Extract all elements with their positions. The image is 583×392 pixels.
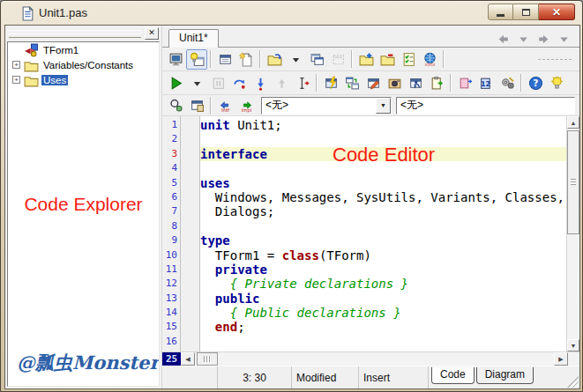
vertical-scroll-thumb[interactable] (567, 130, 579, 234)
code-line: type (200, 233, 566, 248)
scroll-left-button[interactable]: ◀ (181, 352, 195, 366)
tree-item-variables-constants[interactable]: +Variables/Constants (8, 57, 159, 72)
panel-grab-handle[interactable] (9, 30, 141, 38)
step-over-button[interactable] (228, 73, 250, 93)
tree-item-tform1[interactable]: TForm1 (8, 42, 159, 57)
expand-plus-icon[interactable]: + (12, 61, 20, 69)
add-file-to-project-button[interactable] (355, 49, 377, 70)
goto-implementation-button[interactable]: Impl (235, 95, 257, 115)
code-line: TForm1 = class(TForm) (200, 248, 566, 263)
code-line: Dialogs; (200, 204, 566, 218)
run-button[interactable] (165, 73, 186, 93)
line-number: 4 (162, 161, 180, 175)
io-globe-button[interactable]: IOIOI (419, 49, 440, 70)
code-text-area[interactable]: Code Editor unit Unit1; interface uses W… (200, 116, 566, 351)
swap-disk-button[interactable] (454, 73, 475, 93)
scroll-down-button[interactable]: ▼ (567, 339, 579, 351)
clip-arrow-icon (430, 76, 445, 91)
code-editor-annotation: Code Editor (333, 144, 435, 166)
todo-list-button[interactable] (398, 49, 419, 70)
cascade-windows-button[interactable] (306, 49, 327, 70)
form-clip-icon (190, 98, 205, 113)
compile-count-button[interactable]: 12 (475, 73, 497, 93)
use-debug-dcus-button[interactable] (426, 73, 447, 93)
sync-edit-button[interactable] (165, 95, 186, 115)
panel-close-button[interactable]: ✕ (145, 27, 159, 40)
open-file-dropdown[interactable] (285, 49, 306, 70)
line-number: 6 (162, 190, 180, 204)
resize-grip[interactable] (567, 376, 579, 388)
maximize-button[interactable] (513, 4, 539, 20)
build-options-button[interactable] (497, 73, 518, 93)
run-cursor-icon (295, 76, 310, 91)
navigate-back-dropdown[interactable] (516, 32, 530, 43)
line-number: 5 (162, 176, 180, 190)
line-number: 7 (162, 204, 180, 218)
expand-plus-icon[interactable]: + (12, 76, 20, 84)
scroll-right-button[interactable]: ▶ (554, 352, 568, 366)
scrollbar-corner (568, 352, 579, 366)
view-unit-button[interactable] (214, 49, 235, 70)
navigate-forward-dropdown[interactable] (557, 32, 571, 43)
code-explorer-tree: TForm1+Variables/Constants+Uses Code Exp… (7, 41, 160, 387)
line-number: 9 (162, 233, 180, 248)
open-file-button[interactable] (264, 49, 285, 70)
scroll-up-button[interactable]: ▲ (567, 116, 579, 129)
folder-add-icon (359, 52, 374, 67)
run-dropdown[interactable] (186, 73, 207, 93)
swap-win-icon (345, 76, 360, 91)
svg-text:Impl: Impl (241, 107, 251, 113)
svg-text:12: 12 (480, 79, 490, 87)
folder-remove-icon (380, 52, 395, 67)
class-combobox[interactable]: <无> (396, 97, 575, 115)
insight-button[interactable] (546, 73, 567, 93)
navigate-forward-button[interactable] (536, 32, 550, 43)
minimize-button[interactable] (488, 4, 513, 20)
close-button[interactable]: ✕ (539, 4, 575, 20)
run-to-cursor-button[interactable] (292, 73, 313, 93)
new-snippet-button[interactable] (186, 95, 207, 115)
help-button[interactable]: ? (525, 73, 546, 93)
window-controls: ✕ (488, 4, 575, 20)
toggle-form-unit-button[interactable] (186, 49, 207, 70)
pink-swap-icon (458, 76, 473, 91)
navigate-back-button[interactable] (496, 32, 510, 43)
maximize-icon (522, 9, 530, 16)
intf-icon: Intf (218, 98, 233, 113)
line-number: 8 (162, 219, 180, 233)
monitor-icon (168, 52, 183, 67)
vertical-scrollbar[interactable]: ▲ ▼ (566, 116, 579, 351)
view-toolbar: IOIOI (162, 48, 579, 71)
remove-file-from-project-button[interactable] (377, 49, 398, 70)
view-form-button[interactable] (165, 49, 186, 70)
help-icon: ? (528, 76, 543, 91)
trace-into-button[interactable] (250, 73, 271, 93)
method-combobox[interactable]: <无> ▼ (261, 97, 392, 115)
arrow-up-icon: ▲ (571, 120, 577, 126)
edit-breakpoint-button[interactable] (363, 73, 384, 93)
combobox-dropdown-button[interactable]: ▼ (376, 98, 391, 114)
snapshot-button[interactable] (384, 73, 405, 93)
tree-item-uses[interactable]: +Uses (8, 72, 159, 87)
toolbar-separator (443, 50, 445, 68)
debug-toolbar: 12? (162, 71, 579, 95)
line-number: 15 (162, 320, 180, 334)
line-number: 12 (162, 277, 180, 291)
cursor-position: 3: 30 (218, 366, 292, 388)
tab-unit1[interactable]: Unit1* (168, 29, 219, 48)
line-number: 16 (162, 335, 180, 349)
horizontal-scroll-track[interactable] (218, 352, 554, 366)
tab-code[interactable]: Code (431, 367, 475, 384)
history-nav-buttons (496, 32, 571, 43)
camera-window-icon (387, 76, 402, 91)
new-unit-button[interactable] (235, 49, 257, 70)
swap-windows-button[interactable] (341, 73, 363, 93)
debug-windows-button[interactable] (320, 73, 341, 93)
goto-interface-button[interactable]: Intf (214, 95, 235, 115)
line-number: 3 (162, 147, 180, 161)
step-out-button (271, 73, 292, 93)
tab-diagram[interactable]: Diagram (476, 367, 534, 384)
code-line: { Public declarations } (200, 306, 566, 320)
run-parameters-button[interactable] (405, 73, 426, 93)
horizontal-scroll-thumb[interactable] (197, 352, 218, 366)
